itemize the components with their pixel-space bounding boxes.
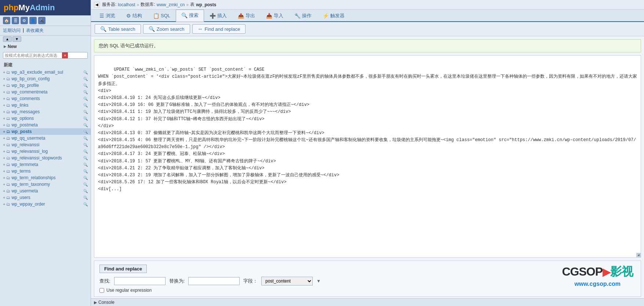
settings-icon[interactable]: ⚙: [21, 17, 28, 24]
table-item[interactable]: +🗂wp_term_relationships🔍: [0, 174, 91, 181]
table-item[interactable]: +🗂wp_usermeta🔍: [0, 188, 91, 194]
search-icon[interactable]: 🔍: [83, 97, 88, 101]
table-actions: 🔍: [83, 103, 88, 107]
search-icon[interactable]: 🔍: [83, 130, 88, 134]
search-icon[interactable]: 🔍: [83, 110, 88, 114]
dropdown-arrow-icon: ▼: [316, 279, 321, 284]
search-icon[interactable]: 🔍: [83, 176, 88, 180]
tab-label-sql: SQL: [161, 13, 170, 18]
search-icon[interactable]: 🔍: [83, 77, 88, 81]
nav-tab-operate[interactable]: 🔧操作: [289, 10, 317, 21]
search-icon[interactable]: 🔍: [83, 169, 88, 173]
search-icon[interactable]: 🔍: [83, 150, 88, 154]
filter-input[interactable]: [3, 52, 62, 58]
server-value[interactable]: localhost: [118, 2, 135, 7]
table-actions: 🔍: [83, 70, 88, 74]
search-icon[interactable]: 🔍: [83, 202, 88, 206]
find-input[interactable]: [114, 277, 165, 285]
table-item[interactable]: +🗂wp_links🔍: [0, 102, 91, 108]
table-item[interactable]: +🗂wp_users🔍: [0, 194, 91, 201]
table-icon: 🗂: [6, 103, 10, 107]
table-icon: 🗂: [6, 90, 10, 94]
table-item[interactable]: +🗂wp_messages🔍: [0, 108, 91, 115]
search-icon[interactable]: 🔍: [83, 103, 88, 107]
table-item[interactable]: +🗂wp_bp_profile🔍: [0, 82, 91, 89]
nav-tab-export[interactable]: 📤导出: [232, 10, 261, 21]
sub-tab-find-replace[interactable]: ↔Find and replace: [192, 24, 246, 34]
search-icon[interactable]: 🔍: [83, 84, 88, 88]
search-icon[interactable]: 🔍: [83, 189, 88, 193]
db-value[interactable]: www_zmki_cn: [157, 2, 185, 7]
table-name: wp_term_relationships: [11, 175, 82, 180]
search-icon[interactable]: 🔍: [83, 136, 88, 140]
search-icon[interactable]: 🔍: [83, 123, 88, 127]
search-icon[interactable]: 🔍: [83, 183, 88, 187]
table-icon: 🗂: [6, 176, 10, 180]
table-icon: 🗂: [6, 83, 10, 88]
home-icon[interactable]: 🏠: [3, 17, 10, 24]
table-item[interactable]: +🗂wp_relevanssi🔍: [0, 141, 91, 148]
expand-icon: +: [3, 123, 5, 127]
expand-icon: +: [3, 162, 5, 167]
nav-tab-import[interactable]: 📥导入: [261, 10, 289, 21]
table-name: wp_links: [11, 103, 82, 108]
table-item[interactable]: +🗂wp_wppay_order🔍: [0, 201, 91, 207]
table-item[interactable]: +🗂wp_comments🔍: [0, 95, 91, 102]
favorites-link[interactable]: 表收藏夹: [26, 27, 44, 34]
user-icon[interactable]: 👤: [29, 17, 37, 24]
search-icon[interactable]: 🔍: [83, 156, 88, 160]
nav-tab-structure[interactable]: ⚙结构: [121, 10, 148, 21]
sub-tab-label-zoom-search: Zoom search: [157, 26, 185, 32]
logo: phpMyAdmin: [4, 3, 55, 12]
nav-tab-sql[interactable]: 📋SQL: [148, 10, 176, 21]
scroll-down-button[interactable]: ▼: [12, 36, 21, 42]
field-select[interactable]: post_contentpost_titlepost_excerptpost_s…: [261, 277, 313, 285]
table-item[interactable]: +🗂wp_bp_cron_config🔍: [0, 75, 91, 82]
table-name: wp_wppay_order: [11, 202, 82, 207]
table-item[interactable]: +🗂wp_termmeta🔍: [0, 161, 91, 168]
search-icon[interactable]: 🔍: [83, 117, 88, 121]
search-icon[interactable]: 🔍: [83, 143, 88, 147]
table-name: wp_term_taxonomy: [11, 182, 82, 187]
db-icon[interactable]: 🗄: [12, 17, 19, 24]
logo-admin: Admin: [30, 3, 55, 12]
table-name: wp_users: [11, 195, 82, 200]
breadcrumb-sep1: »: [137, 2, 139, 7]
regex-checkbox[interactable]: [99, 288, 104, 293]
search-icon[interactable]: 🔍: [83, 196, 88, 200]
sub-tab-label-table-search: Table search: [108, 26, 135, 32]
table-item[interactable]: +🗂wp_terms🔍: [0, 168, 91, 174]
table-item[interactable]: +🗂wp_term_taxonomy🔍: [0, 181, 91, 188]
sub-tab-zoom-search[interactable]: 🔍Zoom search: [143, 24, 190, 34]
nav-tab-browse[interactable]: ☰浏览: [94, 10, 121, 21]
table-item[interactable]: +🗂wp_relevanssi_log🔍: [0, 148, 91, 155]
table-value[interactable]: wp_posts: [196, 2, 216, 7]
table-name: wp_a3_exclude_email_sul: [11, 70, 82, 75]
filter-clear-button[interactable]: ×: [62, 52, 68, 58]
sub-tab-table-search[interactable]: 🔍Table search: [95, 24, 141, 34]
table-item[interactable]: +🗂wp_posts🔍: [0, 128, 91, 135]
recent-visits-link[interactable]: 近期访问: [3, 27, 21, 34]
tab-label-structure: 结构: [132, 12, 142, 19]
table-actions: 🔍: [83, 130, 88, 134]
new-db-item[interactable]: 新建: [0, 61, 91, 69]
search-icon[interactable]: 🔍: [83, 70, 88, 74]
nav-tab-search[interactable]: 🔍搜索: [176, 10, 204, 22]
plugin-icon[interactable]: 🔌: [38, 17, 46, 24]
nav-tab-trigger[interactable]: ⚡触发器: [317, 10, 350, 21]
scroll-up-button[interactable]: ▲: [3, 36, 12, 42]
table-item[interactable]: +🗂wp_a3_exclude_email_sul🔍: [0, 69, 91, 75]
resize-handle[interactable]: ◢: [636, 253, 641, 257]
replace-input[interactable]: [188, 277, 240, 285]
table-item[interactable]: +🗂wp_options🔍: [0, 115, 91, 122]
search-icon[interactable]: 🔍: [83, 90, 88, 94]
table-item[interactable]: +🗂wp_postmeta🔍: [0, 122, 91, 128]
table-item[interactable]: +🗂wp_relevanssi_stopwords🔍: [0, 155, 91, 161]
back-icon[interactable]: ◀: [94, 2, 100, 8]
nav-tab-insert[interactable]: ➕插入: [204, 10, 232, 21]
table-icon: 🗂: [6, 96, 10, 101]
table-item[interactable]: +🗂wp_qq_usermeta🔍: [0, 135, 91, 141]
table-icon: 🗂: [6, 202, 10, 206]
table-item[interactable]: +🗂wp_commentmeta🔍: [0, 89, 91, 95]
search-icon[interactable]: 🔍: [83, 163, 88, 167]
